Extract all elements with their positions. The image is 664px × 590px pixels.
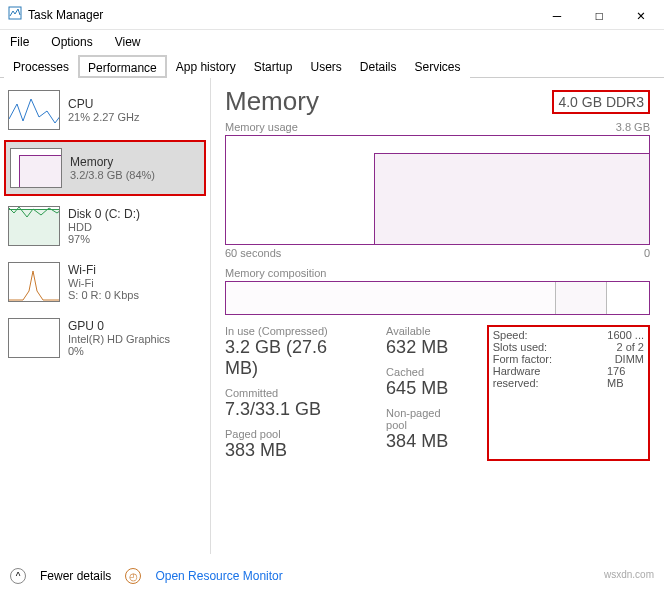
tab-details[interactable]: Details: [351, 55, 406, 78]
hw-value: 176 MB: [607, 365, 644, 389]
x-left: 60 seconds: [225, 247, 281, 259]
wifi-title: Wi-Fi: [68, 263, 139, 277]
form-label: Form factor:: [493, 353, 552, 365]
gpu-thumb: [8, 318, 60, 358]
tab-bar: Processes Performance App history Startu…: [0, 54, 664, 78]
disk-thumb: [8, 206, 60, 246]
in-use-value: 3.2 GB (27.6 MB): [225, 337, 362, 379]
sidebar-item-cpu[interactable]: CPU 21% 2.27 GHz: [4, 84, 206, 136]
cpu-sub: 21% 2.27 GHz: [68, 111, 140, 123]
available-value: 632 MB: [386, 337, 463, 358]
comp-label: Memory composition: [225, 267, 326, 279]
form-value: DIMM: [615, 353, 644, 365]
sidebar-item-disk[interactable]: Disk 0 (C: D:) HDD 97%: [4, 200, 206, 252]
menu-options[interactable]: Options: [47, 33, 96, 51]
tab-services[interactable]: Services: [406, 55, 470, 78]
disk-sub2: 97%: [68, 233, 140, 245]
stats-area: In use (Compressed)3.2 GB (27.6 MB) Comm…: [225, 325, 650, 461]
menubar: File Options View: [0, 30, 664, 54]
memory-info-table: Speed:1600 ... Slots used:2 of 2 Form fa…: [487, 325, 650, 461]
wifi-thumb: [8, 262, 60, 302]
committed-label: Committed: [225, 387, 362, 399]
slots-value: 2 of 2: [616, 341, 644, 353]
gpu-sub1: Intel(R) HD Graphics: [68, 333, 170, 345]
page-title: Memory: [225, 86, 319, 117]
maximize-button[interactable]: ☐: [578, 1, 620, 29]
memory-composition-chart: [225, 281, 650, 315]
tab-startup[interactable]: Startup: [245, 55, 302, 78]
tab-processes[interactable]: Processes: [4, 55, 78, 78]
main-panel: Memory 4.0 GB DDR3 Memory usage 3.8 GB 6…: [211, 78, 664, 554]
wifi-sub2: S: 0 R: 0 Kbps: [68, 289, 139, 301]
footer: ^ Fewer details ◴ Open Resource Monitor: [10, 568, 283, 584]
app-icon: [8, 6, 22, 23]
tab-app-history[interactable]: App history: [167, 55, 245, 78]
open-resource-monitor-link[interactable]: Open Resource Monitor: [155, 569, 282, 583]
memory-thumb: [10, 148, 62, 188]
sidebar: CPU 21% 2.27 GHz Memory 3.2/3.8 GB (84%)…: [0, 78, 210, 554]
sidebar-item-wifi[interactable]: Wi-Fi Wi-Fi S: 0 R: 0 Kbps: [4, 256, 206, 308]
disk-title: Disk 0 (C: D:): [68, 207, 140, 221]
paged-label: Paged pool: [225, 428, 362, 440]
speed-label: Speed:: [493, 329, 528, 341]
chevron-up-icon[interactable]: ^: [10, 568, 26, 584]
watermark: wsxdn.com: [604, 569, 654, 580]
available-label: Available: [386, 325, 463, 337]
window-title: Task Manager: [28, 8, 103, 22]
paged-value: 383 MB: [225, 440, 362, 461]
sidebar-item-gpu[interactable]: GPU 0 Intel(R) HD Graphics 0%: [4, 312, 206, 364]
memory-usage-chart: [225, 135, 650, 245]
fewer-details-link[interactable]: Fewer details: [40, 569, 111, 583]
sidebar-item-memory[interactable]: Memory 3.2/3.8 GB (84%): [4, 140, 206, 196]
x-right: 0: [644, 247, 650, 259]
resource-monitor-icon: ◴: [125, 568, 141, 584]
minimize-button[interactable]: —: [536, 1, 578, 29]
slots-label: Slots used:: [493, 341, 547, 353]
gpu-title: GPU 0: [68, 319, 170, 333]
cpu-title: CPU: [68, 97, 140, 111]
memory-sub: 3.2/3.8 GB (84%): [70, 169, 155, 181]
cpu-thumb: [8, 90, 60, 130]
hw-label: Hardware reserved:: [493, 365, 587, 389]
usage-max: 3.8 GB: [616, 121, 650, 133]
ram-spec: 4.0 GB DDR3: [552, 90, 650, 114]
in-use-label: In use (Compressed): [225, 325, 362, 337]
gpu-sub2: 0%: [68, 345, 170, 357]
tab-users[interactable]: Users: [301, 55, 350, 78]
wifi-sub1: Wi-Fi: [68, 277, 139, 289]
titlebar: Task Manager — ☐ ✕: [0, 0, 664, 30]
close-button[interactable]: ✕: [620, 1, 662, 29]
usage-label: Memory usage: [225, 121, 298, 133]
memory-title: Memory: [70, 155, 155, 169]
speed-value: 1600 ...: [607, 329, 644, 341]
cached-value: 645 MB: [386, 378, 463, 399]
disk-sub1: HDD: [68, 221, 140, 233]
nonpaged-value: 384 MB: [386, 431, 463, 452]
menu-view[interactable]: View: [111, 33, 145, 51]
tab-performance[interactable]: Performance: [78, 55, 167, 78]
menu-file[interactable]: File: [6, 33, 33, 51]
cached-label: Cached: [386, 366, 463, 378]
content-area: CPU 21% 2.27 GHz Memory 3.2/3.8 GB (84%)…: [0, 78, 664, 554]
nonpaged-label: Non-paged pool: [386, 407, 463, 431]
committed-value: 7.3/33.1 GB: [225, 399, 362, 420]
